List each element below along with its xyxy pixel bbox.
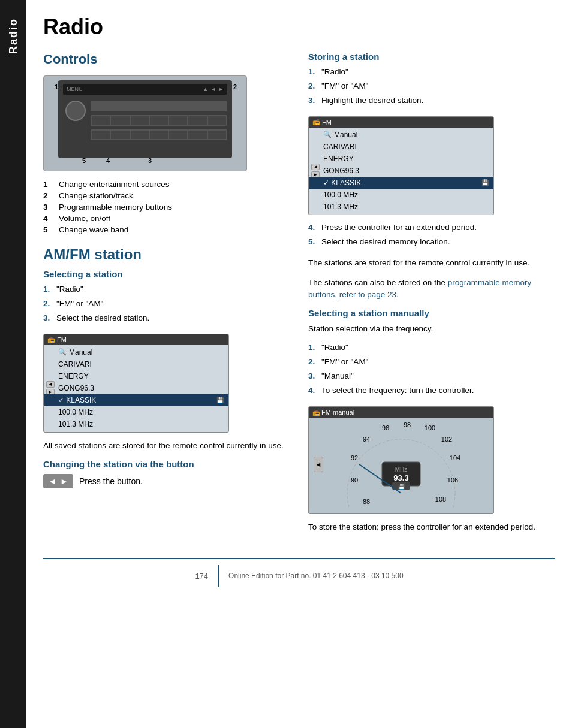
- control-item-3: 3 Programmable memory buttons: [43, 203, 290, 212]
- img-label-2: 2: [233, 83, 237, 90]
- control-num-1: 1: [43, 180, 53, 189]
- changing-station-row: ◄ ► Press the button.: [43, 474, 290, 488]
- rbtn: [92, 131, 110, 139]
- control-num-2: 2: [43, 191, 53, 200]
- rbtn: [150, 131, 168, 139]
- storing-station-steps: 1. "Radio" 2. "FM" or "AM" 3. Highlight …: [308, 67, 555, 107]
- step-num-3: 3.: [43, 313, 53, 324]
- img-label-5: 5: [82, 157, 86, 164]
- manual-step-1: 1. "Radio": [308, 342, 555, 354]
- amfm-heading: AM/FM station: [43, 246, 290, 263]
- img-label-3: 3: [148, 157, 152, 164]
- step-2: 2. "FM" or "AM": [43, 298, 290, 310]
- controls-image-inner: MENU ▲ ◄ ►: [44, 76, 246, 171]
- fm-screen-left: 📻 FM ◄ ► 🔍 Manual CAR: [43, 334, 229, 433]
- dial-mem-icon: 💾: [398, 483, 405, 490]
- rbtn: [150, 116, 168, 125]
- store-step-3: 3. Highlight the desired station.: [308, 95, 555, 107]
- fm-header-text-left: FM: [57, 336, 67, 343]
- storing-note-2: The stations can also be stored on the p…: [308, 277, 555, 301]
- footer-text: Online Edition for Part no. 01 41 2 604 …: [228, 572, 404, 580]
- fm-item-100-right: 100.0 MHz: [309, 189, 493, 201]
- fm-item-carivari-right: CARIVARI: [309, 141, 493, 153]
- changing-station-text: Press the button.: [79, 476, 143, 486]
- fm-screen-header-right: 📻 FM: [309, 117, 493, 128]
- radio-unit: MENU ▲ ◄ ►: [58, 80, 232, 158]
- fm-screen-body-right: ◄ ► 🔍 Manual CARIVARI ENERGY GONG96.3: [309, 128, 493, 214]
- store-num-4: 4.: [308, 222, 318, 234]
- control-items-list: 1 Change entertainment sources 2 Change …: [43, 180, 290, 234]
- dial-label-104: 104: [450, 454, 460, 461]
- fm-screen-list-left: 🔍 Manual CARIVARI ENERGY GONG96.3 ✓ KLAS…: [44, 345, 228, 431]
- dial-label-92: 92: [351, 454, 358, 461]
- manually-steps: 1. "Radio" 2. "FM" or "AM" 3. "Manual" 4…: [308, 342, 555, 397]
- fm-manual-header: 📻 FM manual: [309, 407, 493, 418]
- fm-item-energy-left: ENERGY: [44, 370, 228, 382]
- step-text-3: Select the desired station.: [56, 313, 149, 324]
- step-num-2: 2.: [43, 298, 53, 310]
- radio-button-row-3: [91, 129, 227, 140]
- rbtn: [169, 116, 187, 125]
- dial-label-102: 102: [441, 436, 452, 443]
- next-arrow-icon: ►: [60, 476, 68, 486]
- selecting-manually-note: To store the station: press the controll…: [308, 521, 555, 533]
- dial-mhz-label: MHz: [395, 466, 408, 473]
- radio-button-row-2: [91, 115, 227, 126]
- radio-display-text: MENU: [67, 86, 83, 92]
- fm-item-gong-left: GONG96.3: [44, 382, 228, 394]
- controls-heading: Controls: [43, 52, 290, 67]
- radio-btn-3: ►: [218, 86, 224, 92]
- store-num-2: 2.: [308, 81, 318, 92]
- store-step-4: 4. Press the controller for an extended …: [308, 222, 555, 234]
- store-step-5: 5. Select the desired memory location.: [308, 237, 555, 248]
- radio-unit-wrapper: MENU ▲ ◄ ►: [52, 80, 238, 167]
- rbtn: [208, 116, 226, 125]
- dial-label-108: 108: [435, 496, 446, 503]
- rbtn: [208, 131, 226, 139]
- fm-item-klassik-right: ✓ KLASSIK 💾: [309, 177, 493, 189]
- storing-note-2-post: .: [396, 290, 399, 299]
- search-icon-left: 🔍: [58, 348, 67, 356]
- step-num-1: 1.: [43, 284, 53, 295]
- store-text-4: Press the controller for an extended per…: [321, 222, 477, 234]
- dial-label-106: 106: [447, 476, 458, 484]
- fm-manual-header-text: FM manual: [321, 409, 354, 416]
- rbtn: [169, 131, 187, 139]
- dial-label-100: 100: [425, 424, 435, 431]
- control-text-4: Volume, on/off: [59, 214, 110, 223]
- rbtn: [188, 116, 206, 125]
- store-num-5: 5.: [308, 237, 318, 248]
- manual-num-4: 4.: [308, 385, 318, 397]
- storing-note-2-pre: The stations can also be stored on the: [308, 278, 448, 287]
- fm-manual-text-right: Manual: [334, 131, 357, 139]
- control-text-2: Change station/track: [59, 191, 133, 200]
- manual-step-2: 2. "FM" or "AM": [308, 357, 555, 368]
- changing-station-heading: Changing the station via the button: [43, 459, 290, 469]
- storing-station-heading: Storing a station: [308, 52, 555, 62]
- dial-arrow-left[interactable]: ◄: [314, 457, 323, 472]
- rbtn: [111, 131, 129, 139]
- storing-note-1: The stations are stored for the remote c…: [308, 257, 555, 269]
- dial-label-98: 98: [404, 421, 411, 428]
- control-num-4: 4: [43, 214, 53, 223]
- nav-button-image: ◄ ►: [43, 474, 73, 488]
- footer: 174 Online Edition for Part no. 01 41 2 …: [43, 558, 555, 591]
- footer-inner: 174 Online Edition for Part no. 01 41 2 …: [195, 565, 403, 587]
- radio-display-buttons: ▲ ◄ ►: [203, 86, 224, 92]
- store-text-3: Highlight the desired station.: [321, 95, 423, 107]
- radio-icon-right: 📻: [312, 119, 320, 125]
- fm-item-klassik-left: ✓ KLASSIK 💾: [44, 394, 228, 406]
- selecting-manually-heading: Selecting a station manually: [308, 308, 555, 318]
- fm-manual-dial-area: ◄ 88 90 92: [309, 418, 493, 511]
- img-label-1: 1: [55, 83, 58, 90]
- fm-screen-header-left: 📻 FM: [44, 334, 228, 345]
- selecting-station-note: All saved stations are stored for the re…: [43, 440, 290, 452]
- rbtn: [188, 131, 206, 139]
- img-label-4: 4: [106, 157, 110, 164]
- fm-manual-text-left: Manual: [69, 348, 92, 357]
- fm-screen-right: 📻 FM ◄ ► 🔍 Manual CAR: [308, 116, 494, 215]
- store-text-2: "FM" or "AM": [321, 81, 368, 92]
- fm-item-manual-left: 🔍 Manual: [44, 346, 228, 358]
- control-num-5: 5: [43, 225, 53, 234]
- fm-item-101-right: 101.3 MHz: [309, 201, 493, 213]
